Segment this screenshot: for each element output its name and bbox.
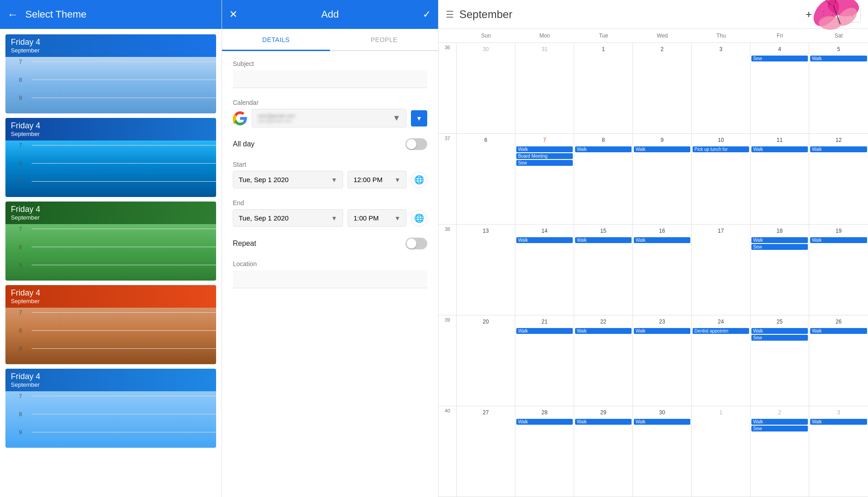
event-chip[interactable]: Walk: [516, 419, 573, 425]
day-number: 22: [598, 316, 609, 327]
calendar-view-button[interactable]: 7: [844, 6, 861, 23]
event-chip[interactable]: Walk: [634, 146, 690, 152]
cal-day-sep16[interactable]: 16 Walk: [633, 225, 692, 315]
calendar-color-button[interactable]: ▼: [411, 110, 427, 127]
event-chip[interactable]: Walk: [751, 328, 808, 334]
cal-day-sep9[interactable]: 9 Walk: [633, 134, 692, 224]
event-chip[interactable]: Walk: [751, 237, 808, 243]
theme-day: Friday 4: [11, 38, 211, 47]
event-chip[interactable]: Walk: [575, 237, 632, 243]
event-chip[interactable]: Walk: [810, 56, 867, 61]
cal-day-sep4[interactable]: 4 Sew: [750, 43, 809, 133]
cal-day-sep20[interactable]: 20: [457, 315, 515, 406]
confirm-icon[interactable]: ✓: [423, 9, 431, 20]
cal-day-sep24[interactable]: 24 Dentist appointm: [692, 315, 750, 406]
cal-day-sep2[interactable]: 2: [633, 43, 692, 133]
cal-day-sep10[interactable]: 10 Pick up lunch for: [692, 134, 750, 224]
cal-day-sep15[interactable]: 15 Walk: [574, 225, 633, 315]
cal-day-sep17[interactable]: 17: [692, 225, 750, 315]
cal-day-aug30[interactable]: 30: [457, 43, 515, 133]
cal-day-sep19[interactable]: 19 Walk: [809, 225, 868, 315]
location-input[interactable]: [233, 270, 427, 288]
theme-card-4[interactable]: Friday 4 September 7 8 9: [5, 285, 216, 364]
event-chip[interactable]: Walk: [575, 146, 632, 152]
cal-day-sep13[interactable]: 13: [457, 225, 515, 315]
more-options-icon[interactable]: ⋮⋮: [819, 9, 837, 20]
theme-card-1[interactable]: Friday 4 September 7 8 9: [5, 34, 216, 113]
event-chip[interactable]: Walk: [810, 419, 867, 425]
cal-day-sep22[interactable]: 22 Walk: [574, 315, 633, 406]
event-chip[interactable]: Sew: [751, 244, 808, 250]
event-chip[interactable]: Walk: [516, 237, 573, 243]
theme-day: Friday 4: [11, 288, 211, 298]
end-date-select[interactable]: Tue, Sep 1 2020 ▼: [233, 209, 343, 227]
cal-day-oct1[interactable]: 1: [692, 406, 750, 497]
end-time-select[interactable]: 1:00 PM ▼: [348, 209, 406, 227]
event-chip[interactable]: Walk: [751, 146, 808, 152]
cal-day-sep8[interactable]: 8 Walk: [574, 134, 633, 224]
back-button[interactable]: ←: [7, 8, 18, 21]
cal-day-sep28[interactable]: 28 Walk: [515, 406, 574, 497]
cal-day-sep3[interactable]: 3: [692, 43, 750, 133]
cal-day-oct3[interactable]: 3 Walk: [809, 406, 868, 497]
calendar-email-text: user@gmail.com user@gmail.com: [258, 113, 392, 123]
event-chip[interactable]: Pick up lunch for: [693, 146, 749, 152]
dow-wed: Wed: [633, 29, 692, 42]
event-chip[interactable]: Sew: [751, 426, 808, 431]
start-date-select[interactable]: Tue, Sep 1 2020 ▼: [233, 171, 343, 188]
cal-day-sep21[interactable]: 21 Walk: [515, 315, 574, 406]
event-chip[interactable]: Walk: [810, 146, 867, 152]
cal-day-sep27[interactable]: 27: [457, 406, 515, 497]
cal-day-sep29[interactable]: 29 Walk: [574, 406, 633, 497]
cal-day-sep26[interactable]: 26 Walk: [809, 315, 868, 406]
tab-details[interactable]: DETAILS: [222, 29, 330, 51]
event-chip[interactable]: Sew: [516, 160, 573, 166]
cal-day-sep1[interactable]: 1: [574, 43, 633, 133]
theme-month: September: [11, 298, 211, 305]
calendar-dropdown[interactable]: user@gmail.com user@gmail.com ▼: [252, 109, 406, 127]
theme-card-5[interactable]: Friday 4 September 7 8 9: [5, 369, 216, 448]
cal-day-oct2[interactable]: 2 Walk Sew: [750, 406, 809, 497]
theme-card-3[interactable]: Friday 4 September 7 8 9: [5, 202, 216, 281]
event-chip[interactable]: Walk: [634, 328, 690, 334]
cal-week-37: 37 6 7 Walk Board Meeting Sew 8 Walk 9 W…: [439, 134, 868, 225]
event-chip[interactable]: Walk: [634, 237, 690, 243]
event-chip[interactable]: Dentist appointm: [693, 328, 749, 334]
event-chip[interactable]: Board Meeting: [516, 153, 573, 159]
time-line: [32, 181, 216, 182]
cal-day-sep11[interactable]: 11 Walk: [750, 134, 809, 224]
subject-input[interactable]: [233, 70, 427, 88]
end-timezone-button[interactable]: 🌐: [411, 210, 427, 226]
repeat-toggle[interactable]: [406, 238, 427, 249]
cal-day-sep30[interactable]: 30 Walk: [633, 406, 692, 497]
event-chip[interactable]: Walk: [634, 419, 690, 425]
cal-day-aug31[interactable]: 31: [515, 43, 574, 133]
cal-day-sep5[interactable]: 5 Walk: [809, 43, 868, 133]
event-chip[interactable]: Sew: [751, 56, 808, 61]
add-event-button[interactable]: +: [806, 8, 812, 21]
start-time-select[interactable]: 12:00 PM ▼: [348, 171, 406, 188]
event-chip[interactable]: Walk: [575, 419, 632, 425]
event-chip[interactable]: Walk: [810, 328, 867, 334]
event-chip[interactable]: Walk: [516, 328, 573, 334]
event-chip[interactable]: Walk: [810, 237, 867, 243]
cal-day-sep14[interactable]: 14 Walk: [515, 225, 574, 315]
all-day-toggle[interactable]: [406, 138, 427, 150]
cal-day-sep12[interactable]: 12 Walk: [809, 134, 868, 224]
all-day-toggle-knob: [406, 139, 416, 149]
tab-people[interactable]: PEOPLE: [330, 29, 438, 50]
event-chip[interactable]: Walk: [751, 419, 808, 425]
start-timezone-button[interactable]: 🌐: [411, 172, 427, 188]
event-chip[interactable]: Walk: [516, 146, 573, 152]
hamburger-icon[interactable]: ☰: [446, 9, 454, 20]
theme-list: Friday 4 September 7 8 9: [0, 29, 222, 497]
cal-day-sep6[interactable]: 6: [457, 134, 515, 224]
close-icon[interactable]: ✕: [229, 9, 237, 20]
event-chip[interactable]: Walk: [575, 328, 632, 334]
cal-day-sep18[interactable]: 18 Walk Sew: [750, 225, 809, 315]
cal-day-sep23[interactable]: 23 Walk: [633, 315, 692, 406]
event-chip[interactable]: Sew: [751, 335, 808, 341]
cal-day-sep25[interactable]: 25 Walk Sew: [750, 315, 809, 406]
cal-day-sep7[interactable]: 7 Walk Board Meeting Sew: [515, 134, 574, 224]
theme-card-2[interactable]: Friday 4 September 7 8 9: [5, 118, 216, 197]
